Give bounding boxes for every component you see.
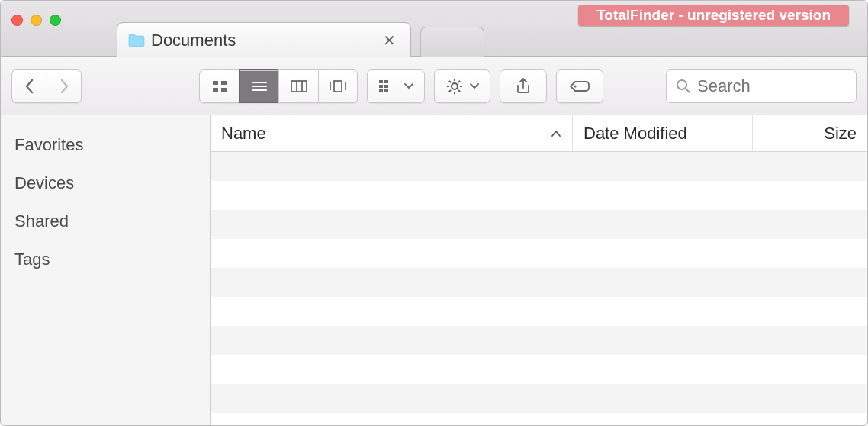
- list-row: [211, 384, 867, 413]
- gear-icon: [445, 77, 464, 95]
- back-button[interactable]: [11, 69, 47, 103]
- svg-point-29: [677, 80, 686, 89]
- zoom-window-button[interactable]: [50, 15, 61, 26]
- column-name[interactable]: Name: [211, 115, 573, 151]
- titlebar: TotalFinder - unregistered version Docum…: [1, 1, 867, 57]
- file-rows: [211, 152, 867, 425]
- file-list: Name Date Modified Size: [211, 115, 867, 425]
- list-view-button[interactable]: [239, 69, 278, 103]
- list-row: [211, 355, 867, 384]
- minimize-window-button[interactable]: [31, 15, 42, 26]
- svg-rect-15: [379, 85, 383, 88]
- toolbar: [1, 57, 867, 115]
- close-tab-icon[interactable]: ✕: [381, 31, 397, 50]
- tags-button[interactable]: [556, 69, 603, 103]
- chevron-down-icon: [404, 83, 413, 89]
- list-row: [211, 181, 867, 210]
- list-row: [211, 239, 867, 268]
- sidebar-header-tags[interactable]: Tags: [14, 250, 196, 269]
- svg-point-28: [574, 85, 576, 87]
- share-button[interactable]: [500, 69, 547, 103]
- gallery-view-button[interactable]: [318, 69, 358, 103]
- svg-line-30: [686, 89, 690, 92]
- svg-rect-13: [379, 80, 383, 83]
- svg-point-19: [452, 83, 458, 89]
- coverflow-icon: [328, 79, 348, 93]
- chevron-right-icon: [59, 79, 69, 94]
- columns-icon: [290, 79, 308, 93]
- search-field[interactable]: [666, 69, 857, 103]
- search-input[interactable]: [697, 76, 847, 96]
- sidebar-header-shared[interactable]: Shared: [14, 211, 196, 231]
- unregistered-banner: TotalFinder - unregistered version: [578, 5, 849, 26]
- svg-line-25: [458, 90, 460, 92]
- tab-label: Documents: [151, 31, 236, 50]
- column-date-label: Date Modified: [583, 124, 687, 144]
- svg-rect-3: [221, 88, 227, 92]
- list-icon: [250, 79, 268, 93]
- tab-documents[interactable]: Documents ✕: [117, 22, 411, 57]
- svg-line-26: [449, 90, 451, 92]
- list-row: [211, 152, 867, 181]
- share-icon: [516, 77, 531, 95]
- window-controls: [11, 15, 61, 26]
- grid-icon: [211, 79, 228, 93]
- finder-window: TotalFinder - unregistered version Docum…: [0, 0, 868, 426]
- column-name-label: Name: [221, 124, 266, 144]
- body: Favorites Devices Shared Tags Name Date …: [1, 115, 867, 425]
- sort-ascending-icon: [551, 126, 561, 141]
- column-view-button[interactable]: [278, 69, 318, 103]
- list-row: [211, 297, 867, 326]
- svg-rect-14: [384, 80, 388, 83]
- column-headers: Name Date Modified Size: [211, 115, 867, 152]
- folder-icon: [128, 34, 145, 47]
- group-by-button[interactable]: [367, 69, 425, 103]
- group-icon: [378, 79, 398, 93]
- chevron-down-icon: [470, 83, 479, 89]
- view-buttons: [199, 69, 358, 103]
- svg-rect-0: [213, 81, 218, 85]
- tag-icon: [569, 79, 590, 94]
- svg-rect-17: [379, 89, 383, 92]
- forward-button[interactable]: [47, 69, 82, 103]
- column-size[interactable]: Size: [753, 115, 867, 151]
- sidebar-header-devices[interactable]: Devices: [14, 173, 196, 193]
- svg-rect-1: [221, 81, 227, 85]
- sidebar: Favorites Devices Shared Tags: [1, 115, 211, 425]
- action-button[interactable]: [434, 69, 490, 103]
- svg-line-24: [449, 80, 451, 82]
- sidebar-header-favorites[interactable]: Favorites: [14, 135, 196, 155]
- close-window-button[interactable]: [11, 15, 23, 26]
- list-row: [211, 326, 867, 355]
- list-row: [211, 210, 867, 239]
- svg-rect-7: [291, 81, 307, 92]
- list-row: [211, 268, 867, 297]
- svg-rect-10: [334, 81, 342, 92]
- svg-rect-18: [384, 89, 388, 92]
- svg-rect-16: [384, 85, 388, 88]
- nav-buttons: [11, 69, 82, 103]
- svg-line-27: [458, 80, 460, 82]
- search-icon: [676, 79, 691, 94]
- icon-view-button[interactable]: [199, 69, 239, 103]
- chevron-left-icon: [24, 79, 35, 94]
- column-size-label: Size: [824, 124, 857, 144]
- new-tab-button[interactable]: [420, 27, 484, 57]
- tabs: Documents ✕: [117, 10, 484, 57]
- column-date-modified[interactable]: Date Modified: [573, 115, 753, 151]
- svg-rect-2: [213, 88, 218, 92]
